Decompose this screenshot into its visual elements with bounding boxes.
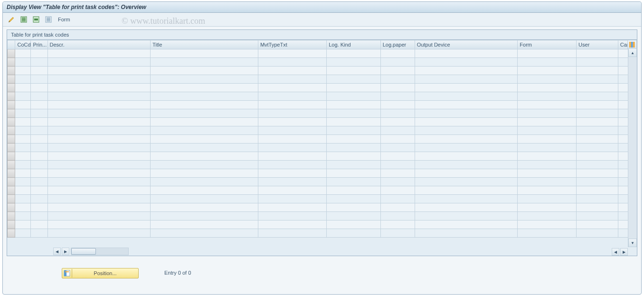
table-row[interactable] — [8, 220, 637, 229]
cell[interactable] — [258, 178, 326, 186]
cell[interactable] — [518, 178, 577, 186]
cell[interactable] — [15, 220, 31, 229]
cell[interactable] — [577, 101, 618, 109]
cell[interactable] — [47, 195, 151, 203]
cell[interactable] — [415, 144, 518, 152]
cell[interactable] — [151, 101, 258, 109]
cell[interactable] — [15, 75, 31, 84]
cell[interactable] — [327, 126, 380, 135]
cell[interactable] — [327, 220, 380, 229]
cell[interactable] — [415, 92, 518, 101]
toolbar-form-label[interactable]: Form — [56, 17, 72, 22]
cell[interactable] — [47, 186, 151, 195]
cell[interactable] — [151, 203, 258, 212]
cell[interactable] — [327, 144, 380, 152]
cell[interactable] — [15, 203, 31, 212]
cell[interactable] — [327, 161, 380, 169]
column-header[interactable]: Log. Kind — [327, 40, 380, 49]
table-row[interactable] — [8, 212, 637, 220]
cell[interactable] — [577, 58, 618, 67]
cell[interactable] — [577, 203, 618, 212]
cell[interactable] — [577, 220, 618, 229]
cell[interactable] — [577, 126, 618, 135]
cell[interactable] — [380, 109, 415, 118]
cell[interactable] — [15, 109, 31, 118]
cell[interactable] — [47, 212, 151, 220]
cell[interactable] — [577, 161, 618, 169]
row-handle[interactable] — [8, 144, 15, 152]
row-handle[interactable] — [8, 135, 15, 144]
cell[interactable] — [577, 92, 618, 101]
cell[interactable] — [151, 135, 258, 144]
cell[interactable] — [258, 135, 326, 144]
cell[interactable] — [415, 152, 518, 161]
cell[interactable] — [258, 195, 326, 203]
cell[interactable] — [518, 195, 577, 203]
cell[interactable] — [258, 101, 326, 109]
cell[interactable] — [31, 169, 47, 178]
cell[interactable] — [151, 58, 258, 67]
cell[interactable] — [415, 220, 518, 229]
column-header[interactable]: Descr. — [47, 40, 151, 49]
row-handle[interactable] — [8, 212, 15, 220]
cell[interactable] — [151, 229, 258, 238]
cell[interactable] — [415, 58, 518, 67]
hscroll-track[interactable] — [71, 248, 129, 255]
cell[interactable] — [31, 144, 47, 152]
cell[interactable] — [258, 109, 326, 118]
cell[interactable] — [415, 101, 518, 109]
row-handle[interactable] — [8, 49, 15, 58]
cell[interactable] — [258, 144, 326, 152]
cell[interactable] — [577, 178, 618, 186]
cell[interactable] — [327, 118, 380, 126]
cell[interactable] — [577, 84, 618, 92]
cell[interactable] — [258, 229, 326, 238]
cell[interactable] — [518, 144, 577, 152]
cell[interactable] — [31, 126, 47, 135]
scroll-right-step-icon[interactable]: ▶ — [62, 248, 69, 255]
cell[interactable] — [258, 152, 326, 161]
cell[interactable] — [151, 49, 258, 58]
row-handle[interactable] — [8, 101, 15, 109]
cell[interactable] — [151, 178, 258, 186]
cell[interactable] — [518, 118, 577, 126]
row-handle[interactable] — [8, 220, 15, 229]
table-row[interactable] — [8, 152, 637, 161]
cell[interactable] — [327, 152, 380, 161]
cell[interactable] — [151, 109, 258, 118]
cell[interactable] — [577, 144, 618, 152]
cell[interactable] — [577, 118, 618, 126]
cell[interactable] — [258, 67, 326, 75]
cell[interactable] — [31, 135, 47, 144]
cell[interactable] — [380, 101, 415, 109]
row-handle[interactable] — [8, 75, 15, 84]
cell[interactable] — [15, 101, 31, 109]
cell[interactable] — [415, 212, 518, 220]
cell[interactable] — [415, 229, 518, 238]
cell[interactable] — [380, 135, 415, 144]
table-row[interactable] — [8, 203, 637, 212]
cell[interactable] — [15, 195, 31, 203]
cell[interactable] — [47, 203, 151, 212]
cell[interactable] — [415, 135, 518, 144]
cell[interactable] — [380, 178, 415, 186]
cell[interactable] — [380, 144, 415, 152]
vertical-scrollbar[interactable]: ▲ ▼ — [628, 48, 637, 247]
table-row[interactable] — [8, 84, 637, 92]
cell[interactable] — [577, 229, 618, 238]
cell[interactable] — [151, 220, 258, 229]
cell[interactable] — [47, 118, 151, 126]
cell[interactable] — [258, 186, 326, 195]
row-handle[interactable] — [8, 178, 15, 186]
cell[interactable] — [31, 92, 47, 101]
cell[interactable] — [327, 49, 380, 58]
cell[interactable] — [31, 75, 47, 84]
row-handle[interactable] — [8, 152, 15, 161]
cell[interactable] — [15, 144, 31, 152]
table-row[interactable] — [8, 49, 637, 58]
cell[interactable] — [415, 178, 518, 186]
position-button[interactable]: Position... — [62, 268, 139, 278]
cell[interactable] — [415, 84, 518, 92]
cell[interactable] — [258, 212, 326, 220]
table-row[interactable] — [8, 229, 637, 238]
